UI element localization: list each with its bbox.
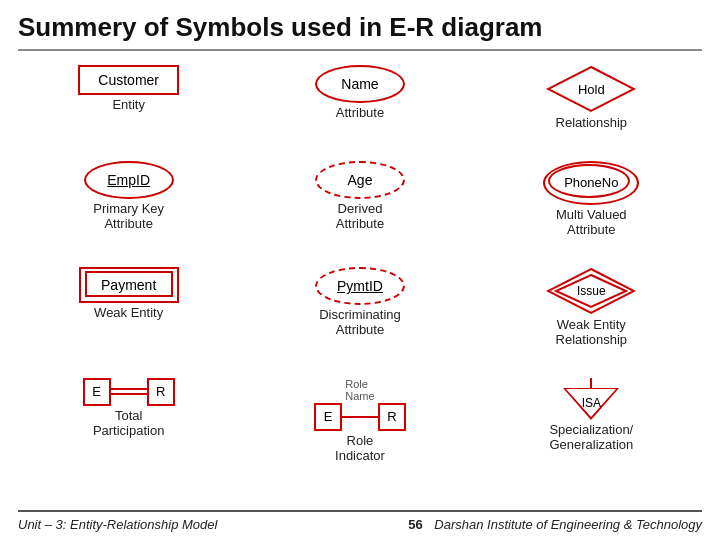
derived-attribute-symbol: Age [315,161,405,199]
derived-attribute-label: DerivedAttribute [336,201,384,231]
weak-diamond-symbol: Issue [546,267,636,315]
entity-label: Entity [112,97,145,112]
symbols-grid: Customer Entity Name Attribute Hold Rela… [18,61,702,510]
isa-label: Specialization/Generalization [549,422,633,452]
isa-vline [590,378,592,388]
role-indicator-symbol: RoleName E R [314,378,406,431]
footer-right: Darshan Institute of Engineering & Techn… [434,517,702,532]
disc-attribute-symbol: PymtID [315,267,405,305]
role-name-text: RoleName [345,378,374,402]
title-divider [18,49,702,51]
role-indicator-label: RoleIndicator [335,433,385,463]
ri-line [342,416,378,418]
attribute-label: Attribute [336,105,384,120]
page: Summery of Symbols used in E-R diagram C… [0,0,720,540]
ri-entity-r: R [378,403,406,431]
multi-valued-symbol: PhoneNo [543,161,639,205]
weak-entity-label: Weak Entity [94,305,163,320]
ri-entity-e: E [314,403,342,431]
isa-triangle: ISA [563,388,619,420]
cell-disc-attribute: PymtID DiscriminatingAttribute [249,263,470,374]
relationship-label: Relationship [556,115,628,130]
tp-entity-r: R [147,378,175,406]
tp-double-line [111,388,147,395]
cell-isa: ISA Specialization/Generalization [481,374,702,490]
isa-text: ISA [577,396,605,410]
pk-attribute-symbol: EmpID [84,161,174,199]
pk-attribute-label: Primary KeyAttribute [93,201,164,231]
total-participation-symbol: E R [83,378,175,406]
relationship-symbol: Hold [546,65,636,113]
weak-entity-symbol: Payment [79,267,179,303]
tp-entity-e: E [83,378,111,406]
cell-derived-attribute: Age DerivedAttribute [249,157,470,264]
cell-pk-attribute: EmpID Primary KeyAttribute [18,157,239,264]
cell-entity: Customer Entity [18,61,239,157]
cell-relationship: Hold Relationship [481,61,702,157]
footer-page: 56 [408,517,422,532]
cell-total-participation: E R TotalParticipation [18,374,239,490]
entity-symbol: Customer [78,65,179,95]
cell-weak-entity: Payment Weak Entity [18,263,239,374]
cell-multi-valued: PhoneNo Multi ValuedAttribute [481,157,702,264]
attribute-symbol: Name [315,65,405,103]
cell-role-indicator: RoleName E R RoleIndicator [249,374,470,490]
total-participation-label: TotalParticipation [93,408,165,438]
footer-left: Unit – 3: Entity-Relationship Model [18,517,217,532]
isa-symbol: ISA [563,378,619,420]
cell-weak-diamond: Issue Weak EntityRelationship [481,263,702,374]
weak-diamond-label: Weak EntityRelationship [556,317,628,347]
footer-center: 56 Darshan Institute of Engineering & Te… [408,517,702,532]
disc-attribute-label: DiscriminatingAttribute [319,307,401,337]
page-title: Summery of Symbols used in E-R diagram [18,12,702,43]
role-inner: E R [314,403,406,431]
multi-valued-label: Multi ValuedAttribute [556,207,627,237]
footer: Unit – 3: Entity-Relationship Model 56 D… [18,510,702,532]
cell-attribute: Name Attribute [249,61,470,157]
